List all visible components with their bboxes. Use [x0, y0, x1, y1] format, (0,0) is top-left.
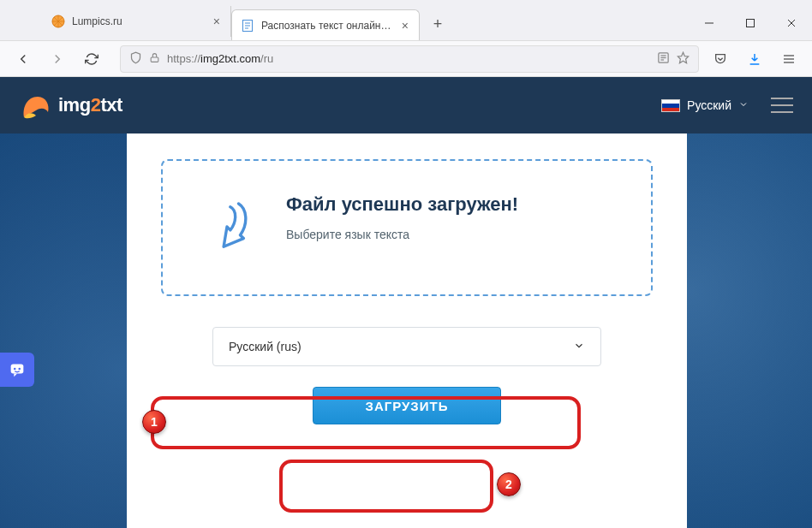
flag-ru-icon	[661, 99, 680, 112]
hamburger-menu[interactable]	[771, 98, 793, 113]
svg-point-19	[14, 368, 16, 371]
tab-title: Lumpics.ru	[72, 15, 205, 27]
svg-marker-14	[678, 52, 689, 63]
browser-titlebar: Lumpics.ru × Распознать текст онлайн с к…	[0, 0, 812, 41]
upload-status-box: Файл успешно загружен! Выберите язык тек…	[161, 159, 653, 296]
language-select[interactable]: Русский (rus)	[212, 327, 601, 366]
logo-text: img2txt	[58, 94, 122, 116]
favicon-doc-icon	[241, 19, 254, 33]
svg-rect-9	[151, 56, 158, 61]
language-switcher[interactable]: Русский	[661, 98, 749, 112]
url-text: https://img2txt.com/ru	[167, 52, 650, 65]
browser-toolbar: https://img2txt.com/ru	[0, 41, 812, 77]
svg-point-20	[18, 368, 21, 371]
annotation-box-2	[279, 460, 493, 513]
close-window-button[interactable]	[771, 6, 812, 40]
annotation-badge-1: 1	[142, 410, 166, 434]
upload-subtitle: Выберите язык текста	[286, 228, 612, 241]
star-icon[interactable]	[677, 51, 690, 67]
address-bar[interactable]: https://img2txt.com/ru	[120, 45, 699, 73]
back-button[interactable]	[10, 46, 36, 72]
new-tab-button[interactable]: +	[425, 11, 451, 37]
main-card: Файл успешно загружен! Выберите язык тек…	[127, 133, 687, 528]
tab-strip: Lumpics.ru × Распознать текст онлайн с к…	[0, 6, 689, 40]
forward-button[interactable]	[45, 46, 70, 72]
site-logo[interactable]: img2txt	[19, 88, 122, 122]
shield-icon	[129, 51, 142, 67]
maximize-button[interactable]	[730, 6, 771, 40]
close-icon[interactable]: ×	[212, 13, 222, 30]
menu-icon[interactable]	[776, 46, 802, 72]
reload-button[interactable]	[79, 46, 104, 72]
tab-img2txt[interactable]: Распознать текст онлайн с ка ×	[231, 9, 420, 40]
page-viewport: img2txt Русский Файл успешно загружен! В…	[0, 77, 812, 528]
close-icon[interactable]: ×	[400, 17, 410, 34]
reader-icon[interactable]	[657, 51, 670, 67]
logo-mark-icon	[19, 88, 53, 122]
pocket-icon[interactable]	[708, 46, 733, 72]
site-header: img2txt Русский	[0, 77, 812, 133]
arrow-down-icon	[202, 199, 252, 257]
chevron-down-icon	[573, 340, 585, 354]
annotation-badge-2: 2	[497, 472, 521, 496]
language-label: Русский	[687, 98, 731, 112]
upload-title: Файл успешно загружен!	[286, 193, 612, 216]
tab-title: Распознать текст онлайн с ка	[261, 20, 393, 32]
window-controls	[689, 6, 812, 40]
tab-lumpics[interactable]: Lumpics.ru ×	[43, 6, 231, 37]
help-widget-button[interactable]	[0, 353, 34, 387]
favicon-orange-icon	[51, 15, 65, 28]
download-icon[interactable]	[742, 46, 767, 72]
select-value: Русский (rus)	[229, 340, 302, 353]
minimize-button[interactable]	[689, 6, 730, 40]
submit-button[interactable]: ЗАГРУЗИТЬ	[313, 387, 501, 424]
svg-rect-6	[747, 20, 755, 27]
chevron-down-icon	[738, 98, 749, 112]
lock-icon	[149, 52, 160, 66]
